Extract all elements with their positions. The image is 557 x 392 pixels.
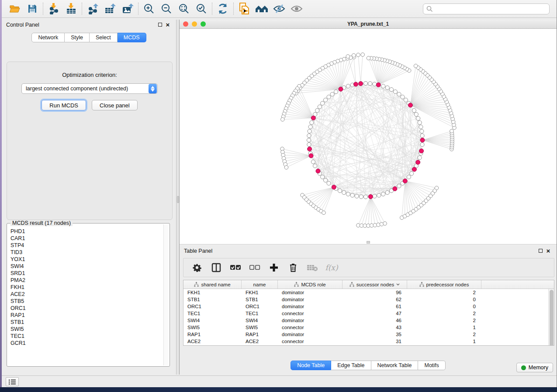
- horizontal-divider-handle[interactable]: [367, 241, 370, 244]
- network-hub-node[interactable]: [359, 81, 363, 86]
- close-panel-button[interactable]: ×: [164, 21, 172, 29]
- mcds-result-item[interactable]: SWI4: [10, 263, 163, 270]
- network-node[interactable]: [307, 143, 311, 147]
- network-node[interactable]: [307, 138, 311, 142]
- mcds-result-item[interactable]: SWI5: [10, 326, 163, 333]
- network-canvas[interactable]: [180, 29, 557, 244]
- mcds-result-item[interactable]: GCR1: [10, 340, 163, 347]
- export-network-button[interactable]: [84, 1, 101, 16]
- float-panel-button[interactable]: [156, 21, 164, 29]
- network-node[interactable]: [397, 184, 401, 188]
- tab-node-table[interactable]: Node Table: [291, 361, 331, 370]
- network-node[interactable]: [393, 90, 397, 94]
- tab-select[interactable]: Select: [90, 33, 118, 42]
- table-scrollbar-thumb[interactable]: [550, 290, 554, 346]
- network-node[interactable]: [383, 222, 387, 226]
- mcds-result-item[interactable]: PHD1: [10, 228, 163, 235]
- memory-button[interactable]: Memory: [516, 363, 553, 372]
- network-node[interactable]: [311, 160, 315, 164]
- network-node[interactable]: [352, 54, 356, 58]
- mcds-result-item[interactable]: ACE2: [10, 291, 163, 298]
- network-node[interactable]: [377, 193, 381, 197]
- network-node[interactable]: [318, 105, 322, 109]
- network-node[interactable]: [412, 108, 416, 112]
- network-node[interactable]: [373, 82, 377, 86]
- network-node[interactable]: [308, 125, 312, 129]
- float-table-panel-button[interactable]: [536, 247, 544, 255]
- network-node[interactable]: [313, 164, 317, 168]
- network-node[interactable]: [363, 81, 367, 85]
- network-node[interactable]: [359, 195, 363, 199]
- network-hub-node[interactable]: [419, 149, 424, 153]
- open-file-button[interactable]: [6, 1, 24, 16]
- maximize-window-traffic-light[interactable]: [201, 21, 206, 27]
- network-hub-node[interactable]: [376, 83, 381, 87]
- network-node[interactable]: [321, 101, 325, 105]
- network-node[interactable]: [414, 112, 418, 116]
- column-header-shared-name[interactable]: shared name: [183, 280, 242, 289]
- criterion-select[interactable]: largest connected component (undirected): [21, 83, 158, 94]
- mcds-result-item[interactable]: CAR1: [10, 235, 163, 242]
- mcds-result-item[interactable]: ORC1: [10, 305, 163, 312]
- table-row[interactable]: SWI5SWI5connector431: [183, 324, 554, 331]
- table-settings-button[interactable]: [190, 261, 204, 275]
- toggle-column-panel-button[interactable]: [210, 261, 223, 275]
- show-task-history-button[interactable]: [6, 377, 19, 386]
- delete-column-button[interactable]: [287, 261, 300, 275]
- network-node[interactable]: [315, 108, 319, 112]
- mcds-result-item[interactable]: FKH1: [10, 284, 163, 291]
- table-row[interactable]: STB1STB1dominator620: [183, 296, 554, 303]
- network-node[interactable]: [367, 56, 370, 60]
- tab-style[interactable]: Style: [65, 33, 90, 42]
- column-header-predecessor-nodes[interactable]: predecessor nodes: [407, 280, 481, 289]
- table-row[interactable]: ORC1ORC1dominator610: [183, 303, 554, 310]
- select-all-button[interactable]: [229, 261, 242, 275]
- export-image-button[interactable]: [119, 1, 136, 16]
- network-node[interactable]: [310, 120, 314, 124]
- close-window-traffic-light[interactable]: [183, 21, 188, 27]
- network-node[interactable]: [435, 186, 439, 190]
- network-node[interactable]: [361, 53, 365, 57]
- network-node[interactable]: [416, 117, 420, 120]
- network-node[interactable]: [346, 55, 350, 58]
- refresh-button[interactable]: [214, 1, 232, 16]
- network-node[interactable]: [401, 95, 405, 99]
- mcds-result-item[interactable]: SRD1: [10, 270, 163, 277]
- network-node[interactable]: [308, 129, 311, 133]
- network-node[interactable]: [346, 192, 350, 196]
- network-node[interactable]: [330, 92, 334, 96]
- network-node[interactable]: [450, 129, 454, 133]
- deselect-all-button[interactable]: [248, 261, 261, 275]
- duplicate-network-button[interactable]: [235, 1, 253, 16]
- network-node[interactable]: [338, 189, 342, 193]
- zoom-selected-button[interactable]: [193, 1, 210, 16]
- network-node[interactable]: [355, 194, 359, 198]
- network-node[interactable]: [322, 211, 326, 215]
- column-header-mcds-role[interactable]: MCDS role: [278, 280, 343, 289]
- network-hub-node[interactable]: [393, 186, 397, 191]
- tab-motifs[interactable]: Motifs: [418, 361, 445, 370]
- network-node[interactable]: [381, 84, 385, 88]
- search-input[interactable]: [433, 6, 546, 12]
- network-hub-node[interactable]: [309, 154, 313, 158]
- divider-handle[interactable]: [177, 196, 179, 203]
- table-row[interactable]: YOX1YOX1connector291: [183, 345, 554, 346]
- network-hub-node[interactable]: [339, 87, 343, 91]
- network-node[interactable]: [418, 120, 422, 124]
- network-node[interactable]: [323, 98, 327, 102]
- network-node[interactable]: [389, 88, 393, 92]
- zoom-out-button[interactable]: [158, 1, 175, 16]
- add-column-button[interactable]: [267, 261, 280, 275]
- zoom-in-button[interactable]: [140, 1, 158, 16]
- table-row[interactable]: FKH1FKH1dominator962: [183, 289, 554, 296]
- network-node[interactable]: [410, 172, 414, 175]
- mcds-result-item[interactable]: TID3: [10, 249, 163, 256]
- network-node[interactable]: [356, 53, 360, 57]
- close-table-panel-button[interactable]: ×: [544, 247, 552, 255]
- mcds-result-item[interactable]: TEC1: [10, 333, 163, 340]
- mcds-result-item[interactable]: PMA2: [10, 277, 163, 284]
- network-node[interactable]: [363, 195, 367, 199]
- network-node[interactable]: [368, 82, 372, 86]
- network-hub-node[interactable]: [308, 147, 312, 151]
- mcds-result-item[interactable]: RAP1: [10, 312, 163, 319]
